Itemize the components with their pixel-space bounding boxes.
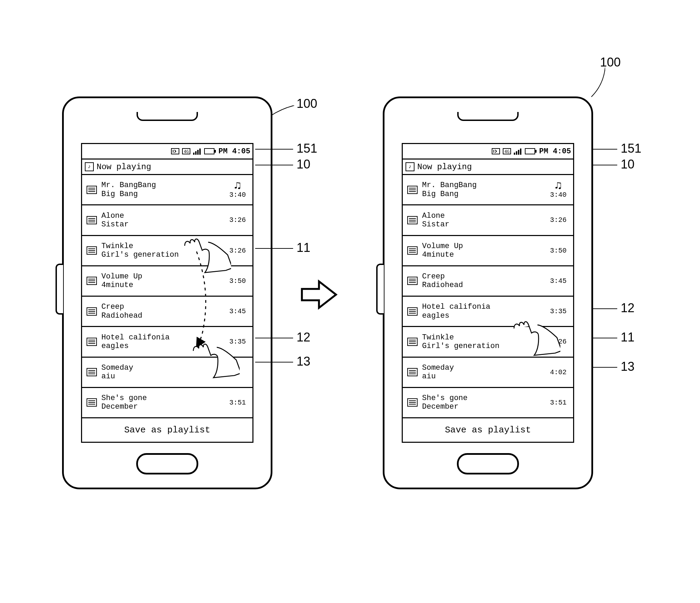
now-playing-label: Now playing [97,162,151,172]
drag-handle-icon[interactable] [82,216,101,224]
track-artist: eagles [422,311,543,320]
track-artist: aiu [422,372,543,381]
track-title: Alone [101,212,223,220]
drag-handle-icon[interactable] [403,186,422,194]
callout-12: 12 [621,301,634,315]
track-duration: 3:35 [543,307,573,315]
track-row[interactable]: Somedayaiu4:02 [403,358,573,388]
leader-line [593,149,617,150]
track-row[interactable]: Somedayaiu [82,358,252,388]
network-icon-2: 4G [503,147,512,155]
drag-handle-icon[interactable] [82,398,101,407]
home-button[interactable] [457,453,519,474]
home-button[interactable] [136,453,198,474]
track-meta: 3:26 [543,216,573,224]
track-meta: ♫3:40 [223,181,252,199]
callout-10: 10 [621,157,634,172]
track-artist: Radiohead [101,311,223,320]
drag-handle-icon[interactable] [82,307,101,316]
leader-line [593,338,617,338]
svg-rect-47 [520,149,521,155]
svg-rect-48 [525,149,535,154]
track-list: Mr. BangBangBig Bang♫3:40AloneSistar3:26… [82,175,252,417]
drag-handle-icon[interactable] [82,338,101,346]
drag-handle-icon[interactable] [403,246,422,255]
network-icon-1 [171,147,180,155]
leader-line [255,149,293,150]
track-duration: 3:26 [543,216,573,224]
track-row[interactable]: CreepRadiohead3:45 [82,297,252,327]
callout-151: 151 [621,141,641,156]
status-bar: 4G PM 4:05 [82,144,252,160]
track-row[interactable]: Volume Up4minute3:50 [403,236,573,266]
track-artist: 4minute [101,281,223,289]
track-meta: 3:51 [543,399,573,407]
drag-handle-icon[interactable] [403,338,422,346]
volume-side-button[interactable] [376,264,384,315]
now-playing-header: ♪ Now playing [82,160,252,175]
track-duration: 4:02 [543,368,573,376]
track-duration: 3:35 [223,338,252,346]
track-artist: 4minute [422,251,543,259]
track-meta: 3:50 [223,277,252,285]
track-text: She's goneDecember [422,392,543,413]
track-meta: 4:02 [543,368,573,376]
figure-canvas: 4G PM 4:05 ♪ Now playing Mr. BangBangBig… [0,0,700,603]
drag-handle-icon[interactable] [82,246,101,255]
track-meta: 3:45 [543,277,573,285]
track-row[interactable]: CreepRadiohead3:45 [403,266,573,297]
track-artist: December [101,402,223,411]
track-row[interactable]: TwinkleGirl's generation3:26 [82,236,252,266]
drag-handle-icon[interactable] [82,186,101,194]
track-row[interactable]: Volume Up4minute3:50 [82,266,252,297]
track-row[interactable]: Mr. BangBangBig Bang♫3:40 [403,175,573,205]
drag-handle-icon[interactable] [403,398,422,407]
track-row[interactable]: Hotel califoniaeagles3:35 [403,297,573,327]
drag-handle-icon[interactable] [403,216,422,224]
track-text: Mr. BangBangBig Bang [101,179,223,201]
track-duration: 3:26 [223,247,252,255]
track-meta: 3:35 [543,307,573,315]
signal-icon [514,148,523,155]
track-duration: 3:51 [223,399,252,407]
track-text: Volume Up4minute [422,240,543,262]
callout-13: 13 [621,359,634,374]
track-row[interactable]: TwinkleGirl's generation3:26 [403,327,573,357]
drag-handle-icon[interactable] [82,368,101,376]
save-playlist-button[interactable]: Save as playlist [403,417,573,442]
track-row[interactable]: AloneSistar3:26 [82,205,252,236]
svg-text:4G: 4G [184,149,189,154]
track-duration: 3:51 [543,399,573,407]
track-text: Volume Up4minute [101,270,223,292]
callout-12: 12 [297,330,310,345]
track-title: Someday [422,364,543,372]
drag-handle-icon[interactable] [403,307,422,316]
track-title: Creep [422,272,543,281]
drag-handle-icon[interactable] [82,277,101,285]
track-row[interactable]: She's goneDecember3:51 [403,388,573,417]
track-text: Hotel califoniaeagles [422,300,543,322]
callout-100: 100 [297,96,317,111]
save-playlist-label: Save as playlist [445,425,531,435]
callout-10: 10 [297,157,310,172]
drag-handle-icon[interactable] [403,277,422,285]
save-playlist-button[interactable]: Save as playlist [82,417,252,442]
track-row[interactable]: AloneSistar3:26 [403,205,573,236]
drag-handle-icon[interactable] [403,368,422,376]
track-duration: 3:45 [223,307,252,315]
track-artist: December [422,402,543,411]
track-text: Mr. BangBangBig Bang [422,179,543,201]
track-row[interactable]: Hotel califoniaeagles3:35 [82,327,252,357]
leader-line [255,338,293,338]
volume-side-button[interactable] [56,264,63,315]
track-text: CreepRadiohead [101,300,223,322]
now-playing-label: Now playing [417,162,472,172]
battery-icon [525,148,537,154]
track-duration: 3:26 [223,216,252,224]
track-title: Twinkle [422,333,543,342]
track-row[interactable]: She's goneDecember3:51 [82,388,252,417]
track-row[interactable]: Mr. BangBangBig Bang♫3:40 [82,175,252,205]
now-playing-music-icon: ♫ [223,181,252,191]
track-title: Mr. BangBang [422,181,543,190]
callout-100: 100 [600,55,621,70]
